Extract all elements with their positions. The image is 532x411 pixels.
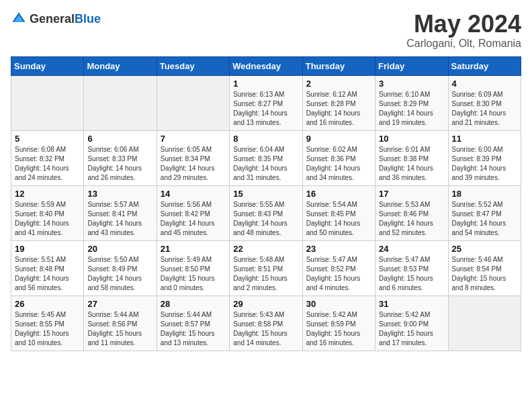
weekday-header-sunday: Sunday [11, 56, 84, 75]
weekday-header-monday: Monday [84, 56, 157, 75]
calendar-cell: 23Sunrise: 5:47 AM Sunset: 8:52 PM Dayli… [302, 240, 375, 295]
weekday-header-row: SundayMondayTuesdayWednesdayThursdayFrid… [11, 56, 521, 75]
calendar-cell: 31Sunrise: 5:42 AM Sunset: 9:00 PM Dayli… [375, 295, 448, 351]
day-info: Sunrise: 6:00 AM Sunset: 8:39 PM Dayligh… [452, 145, 517, 183]
calendar-cell: 16Sunrise: 5:54 AM Sunset: 8:45 PM Dayli… [302, 185, 375, 240]
day-info: Sunrise: 5:44 AM Sunset: 8:57 PM Dayligh… [161, 310, 226, 348]
day-info: Sunrise: 5:48 AM Sunset: 8:51 PM Dayligh… [233, 255, 298, 293]
day-number: 2 [306, 79, 371, 89]
calendar-cell: 4Sunrise: 6:09 AM Sunset: 8:30 PM Daylig… [448, 75, 521, 130]
day-number: 26 [15, 299, 80, 309]
day-info: Sunrise: 5:53 AM Sunset: 8:46 PM Dayligh… [379, 200, 444, 238]
calendar-cell: 24Sunrise: 5:47 AM Sunset: 8:53 PM Dayli… [375, 240, 448, 295]
calendar-cell: 30Sunrise: 5:42 AM Sunset: 8:59 PM Dayli… [302, 295, 375, 351]
day-info: Sunrise: 5:43 AM Sunset: 8:58 PM Dayligh… [233, 310, 298, 348]
day-number: 24 [379, 244, 444, 254]
day-number: 5 [15, 134, 80, 144]
day-info: Sunrise: 5:59 AM Sunset: 8:40 PM Dayligh… [15, 200, 80, 238]
day-info: Sunrise: 6:04 AM Sunset: 8:35 PM Dayligh… [233, 145, 298, 183]
calendar-cell: 26Sunrise: 5:45 AM Sunset: 8:55 PM Dayli… [11, 295, 84, 351]
day-number: 8 [233, 134, 298, 144]
day-info: Sunrise: 6:05 AM Sunset: 8:34 PM Dayligh… [161, 145, 226, 183]
calendar-week-row: 12Sunrise: 5:59 AM Sunset: 8:40 PM Dayli… [11, 185, 521, 240]
calendar-week-row: 19Sunrise: 5:51 AM Sunset: 8:48 PM Dayli… [11, 240, 521, 295]
calendar-cell: 2Sunrise: 6:12 AM Sunset: 8:28 PM Daylig… [302, 75, 375, 130]
logo-icon [11, 11, 27, 27]
day-number: 25 [452, 244, 517, 254]
day-info: Sunrise: 6:08 AM Sunset: 8:32 PM Dayligh… [15, 145, 80, 183]
day-number: 28 [161, 299, 226, 309]
calendar-cell: 9Sunrise: 6:02 AM Sunset: 8:36 PM Daylig… [302, 130, 375, 185]
day-info: Sunrise: 5:55 AM Sunset: 8:43 PM Dayligh… [233, 200, 298, 238]
calendar-week-row: 5Sunrise: 6:08 AM Sunset: 8:32 PM Daylig… [11, 130, 521, 185]
calendar-cell: 7Sunrise: 6:05 AM Sunset: 8:34 PM Daylig… [157, 130, 229, 185]
calendar-cell: 25Sunrise: 5:46 AM Sunset: 8:54 PM Dayli… [448, 240, 521, 295]
day-number: 7 [161, 134, 226, 144]
day-info: Sunrise: 5:45 AM Sunset: 8:55 PM Dayligh… [15, 310, 80, 348]
calendar-cell: 28Sunrise: 5:44 AM Sunset: 8:57 PM Dayli… [157, 295, 229, 351]
day-number: 31 [379, 299, 444, 309]
day-info: Sunrise: 6:01 AM Sunset: 8:38 PM Dayligh… [379, 145, 444, 183]
calendar-cell: 27Sunrise: 5:44 AM Sunset: 8:56 PM Dayli… [84, 295, 157, 351]
calendar-cell: 29Sunrise: 5:43 AM Sunset: 8:58 PM Dayli… [230, 295, 302, 351]
day-info: Sunrise: 5:54 AM Sunset: 8:45 PM Dayligh… [306, 200, 371, 238]
calendar-cell: 21Sunrise: 5:49 AM Sunset: 8:50 PM Dayli… [157, 240, 229, 295]
day-number: 29 [233, 299, 298, 309]
day-number: 23 [306, 244, 371, 254]
calendar-cell: 3Sunrise: 6:10 AM Sunset: 8:29 PM Daylig… [375, 75, 448, 130]
day-number: 16 [306, 189, 371, 199]
day-info: Sunrise: 5:51 AM Sunset: 8:48 PM Dayligh… [15, 255, 80, 293]
day-number: 19 [15, 244, 80, 254]
day-info: Sunrise: 6:13 AM Sunset: 8:27 PM Dayligh… [233, 90, 298, 128]
day-number: 6 [87, 134, 152, 144]
day-number: 27 [87, 299, 152, 309]
calendar-cell: 20Sunrise: 5:50 AM Sunset: 8:49 PM Dayli… [84, 240, 157, 295]
day-number: 22 [233, 244, 298, 254]
calendar-cell: 12Sunrise: 5:59 AM Sunset: 8:40 PM Dayli… [11, 185, 84, 240]
day-number: 10 [379, 134, 444, 144]
day-info: Sunrise: 5:44 AM Sunset: 8:56 PM Dayligh… [87, 310, 152, 348]
calendar-cell [11, 75, 84, 130]
day-info: Sunrise: 5:47 AM Sunset: 8:52 PM Dayligh… [306, 255, 371, 293]
day-number: 9 [306, 134, 371, 144]
day-number: 4 [452, 79, 517, 89]
day-info: Sunrise: 6:12 AM Sunset: 8:28 PM Dayligh… [306, 90, 371, 128]
calendar-cell: 19Sunrise: 5:51 AM Sunset: 8:48 PM Dayli… [11, 240, 84, 295]
day-info: Sunrise: 5:42 AM Sunset: 8:59 PM Dayligh… [306, 310, 371, 348]
calendar-week-row: 26Sunrise: 5:45 AM Sunset: 8:55 PM Dayli… [11, 295, 521, 351]
logo: GeneralBlue [11, 11, 101, 27]
day-number: 14 [161, 189, 226, 199]
day-number: 21 [161, 244, 226, 254]
logo-text-blue: Blue [75, 12, 101, 26]
calendar-cell: 11Sunrise: 6:00 AM Sunset: 8:39 PM Dayli… [448, 130, 521, 185]
calendar-week-row: 1Sunrise: 6:13 AM Sunset: 8:27 PM Daylig… [11, 75, 521, 130]
day-info: Sunrise: 6:10 AM Sunset: 8:29 PM Dayligh… [379, 90, 444, 128]
calendar-cell: 1Sunrise: 6:13 AM Sunset: 8:27 PM Daylig… [230, 75, 302, 130]
weekday-header-wednesday: Wednesday [230, 56, 302, 75]
weekday-header-saturday: Saturday [448, 56, 521, 75]
calendar-cell: 8Sunrise: 6:04 AM Sunset: 8:35 PM Daylig… [230, 130, 302, 185]
calendar-cell [448, 295, 521, 351]
calendar-cell: 13Sunrise: 5:57 AM Sunset: 8:41 PM Dayli… [84, 185, 157, 240]
day-number: 17 [379, 189, 444, 199]
location-title: Carlogani, Olt, Romania [406, 38, 521, 50]
weekday-header-friday: Friday [375, 56, 448, 75]
month-title: May 2024 [406, 11, 521, 38]
title-block: May 2024 Carlogani, Olt, Romania [406, 11, 521, 50]
weekday-header-tuesday: Tuesday [157, 56, 229, 75]
weekday-header-thursday: Thursday [302, 56, 375, 75]
calendar-cell: 6Sunrise: 6:06 AM Sunset: 8:33 PM Daylig… [84, 130, 157, 185]
calendar-cell: 17Sunrise: 5:53 AM Sunset: 8:46 PM Dayli… [375, 185, 448, 240]
day-number: 1 [233, 79, 298, 89]
day-number: 30 [306, 299, 371, 309]
day-number: 18 [452, 189, 517, 199]
calendar-cell [157, 75, 229, 130]
day-number: 13 [87, 189, 152, 199]
calendar-cell: 15Sunrise: 5:55 AM Sunset: 8:43 PM Dayli… [230, 185, 302, 240]
day-info: Sunrise: 6:09 AM Sunset: 8:30 PM Dayligh… [452, 90, 517, 128]
day-number: 12 [15, 189, 80, 199]
day-info: Sunrise: 5:50 AM Sunset: 8:49 PM Dayligh… [87, 255, 152, 293]
logo-text-general: General [30, 12, 75, 26]
day-info: Sunrise: 6:02 AM Sunset: 8:36 PM Dayligh… [306, 145, 371, 183]
day-number: 11 [452, 134, 517, 144]
